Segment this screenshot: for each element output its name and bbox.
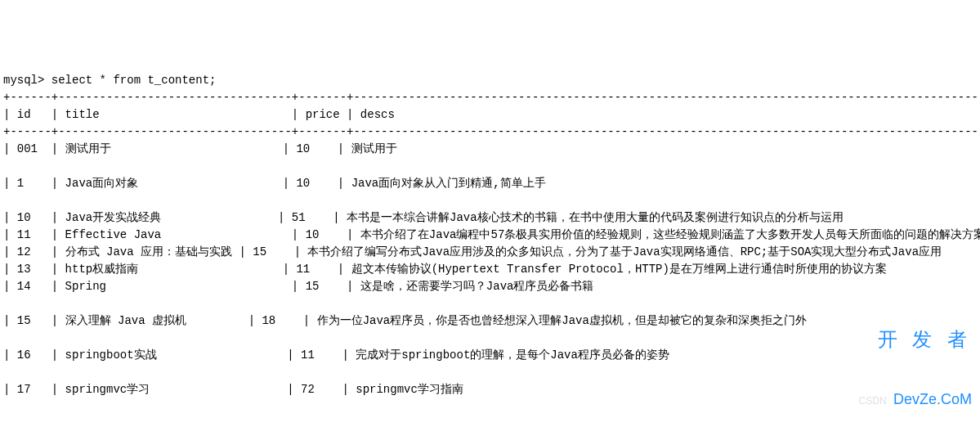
mysql-prompt: mysql> [3,74,51,87]
table-divider-top: +------+--------------------------------… [3,91,980,104]
table-row: | 1 | Java面向对象 | 10 | Java面向对象从入门到精通,简单上… [3,177,546,190]
sql-query: select * from t_content; [51,74,217,87]
table-row: | 15 | 深入理解 Java 虚拟机 | 18 | 作为一位Java程序员，… [3,314,807,327]
table-row: | 12 | 分布式 Java 应用：基础与实践 | 15 | 本书介绍了编写分… [3,245,942,258]
table-row: | 13 | http权威指南 | 11 | 超文本传输协议(Hypertext… [3,263,887,276]
table-row: | 16 | springboot实战 | 11 | 完成对于springboo… [3,348,669,362]
table-row: | 10 | Java开发实战经典 | 51 | 本书是一本综合讲解Java核心… [3,211,844,224]
table-header-row: | id | title | price | descs | [3,108,980,121]
table-row: | 001 | 测试用于 | 10 | 测试用于 [3,142,397,155]
table-divider-mid: +------+--------------------------------… [3,125,980,138]
table-row: | 17 | springmvc学习 | 72 | springmvc学习指南 [3,383,463,396]
table-row: | 14 | Spring | 15 | 这是啥，还需要学习吗？Java程序员必… [3,280,593,293]
table-row: | 11 | Effective Java | 10 | 本书介绍了在Java编… [3,228,980,241]
mysql-terminal-output: mysql> select * from t_content; +------+… [0,69,980,402]
